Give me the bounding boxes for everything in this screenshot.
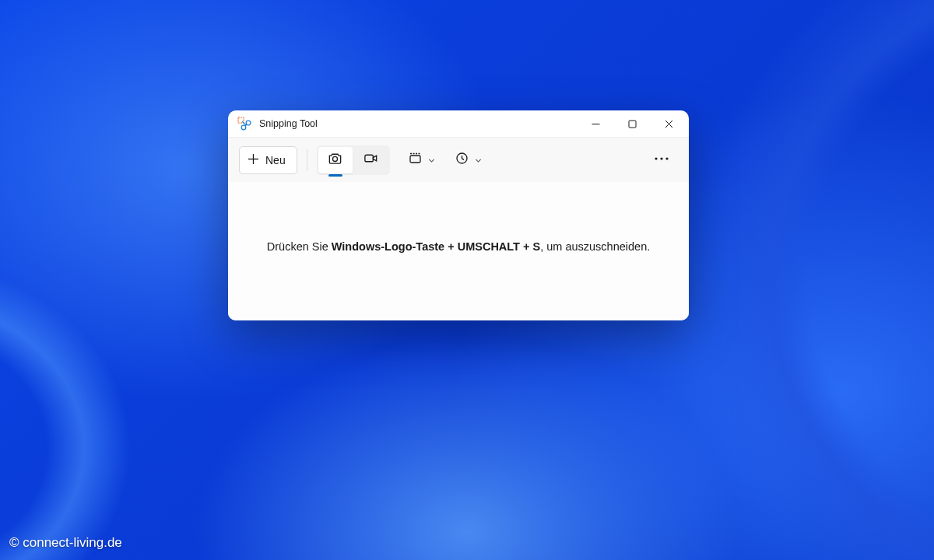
close-button[interactable]: [651, 110, 687, 137]
delay-dropdown[interactable]: [448, 146, 486, 174]
video-mode-button[interactable]: [354, 147, 388, 173]
watermark: © connect-living.de: [9, 535, 122, 551]
video-icon: [363, 151, 378, 169]
rectangle-snip-icon: [409, 152, 422, 168]
content-area: Drücken Sie Windows-Logo-Taste + UMSCHAL…: [228, 182, 689, 320]
svg-point-1: [241, 125, 246, 130]
new-button-label: Neu: [265, 154, 286, 166]
toolbar-divider: [307, 149, 307, 171]
snipping-tool-window: Snipping Tool Neu: [228, 110, 689, 320]
svg-rect-11: [410, 156, 420, 163]
camera-icon: [328, 151, 342, 169]
instruction-text: Drücken Sie Windows-Logo-Taste + UMSCHAL…: [267, 239, 650, 256]
new-button[interactable]: Neu: [239, 146, 297, 174]
svg-point-14: [655, 157, 657, 159]
maximize-button[interactable]: [614, 110, 651, 137]
chevron-down-icon: [428, 153, 435, 167]
svg-point-15: [660, 157, 662, 159]
svg-point-9: [333, 156, 338, 161]
more-icon: [655, 152, 669, 169]
minimize-button[interactable]: [578, 110, 614, 137]
clock-icon: [455, 152, 469, 168]
toolbar: Neu: [228, 137, 689, 182]
capture-mode-group: [317, 145, 390, 175]
svg-rect-4: [629, 121, 636, 128]
instruction-prefix: Drücken Sie: [267, 240, 332, 253]
window-title: Snipping Tool: [259, 118, 578, 129]
app-icon: [237, 117, 251, 131]
plus-icon: [248, 153, 259, 167]
instruction-suffix: , um auszuschneiden.: [540, 240, 650, 253]
chevron-down-icon: [475, 153, 482, 167]
instruction-shortcut: Windows-Logo-Taste + UMSCHALT + S: [332, 240, 540, 253]
screenshot-mode-button[interactable]: [318, 147, 353, 173]
svg-rect-10: [365, 155, 373, 162]
svg-point-2: [246, 121, 251, 125]
window-controls: [578, 110, 687, 137]
more-button[interactable]: [645, 146, 678, 174]
snip-shape-dropdown[interactable]: [401, 146, 440, 174]
svg-point-16: [665, 157, 668, 159]
titlebar: Snipping Tool: [228, 110, 689, 137]
